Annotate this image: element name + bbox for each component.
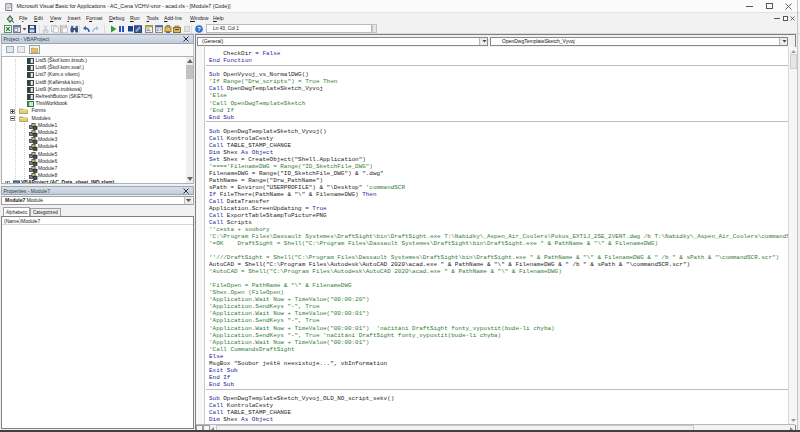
svg-text:?: ? <box>197 26 201 32</box>
